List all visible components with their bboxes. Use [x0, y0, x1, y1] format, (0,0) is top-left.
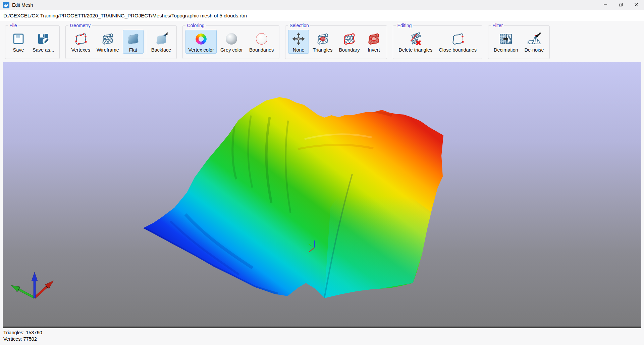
toolbar-group-selection: SelectionNoneTrianglesBoundaryInvert: [285, 25, 387, 59]
minimize-icon: [603, 2, 607, 8]
3d-viewport[interactable]: [3, 62, 641, 328]
button-label: Close boundaries: [439, 47, 477, 53]
group-label: File: [8, 23, 18, 28]
close-boundaries-button[interactable]: Close boundaries: [436, 30, 479, 54]
backface-icon: [154, 31, 169, 47]
delete-triangles-icon: [408, 31, 423, 47]
grey-color-button[interactable]: Grey color: [218, 30, 246, 54]
button-label: Wireframe: [97, 47, 119, 53]
title-bar: Edit Mesh: [0, 0, 644, 10]
group-buttons: SaveSave as...: [8, 30, 57, 54]
status-vertices: Vertices:77502: [3, 336, 644, 342]
divider: [146, 30, 146, 54]
boundaries-icon: [254, 31, 269, 47]
decimation-icon: [498, 31, 514, 47]
group-label: Geometry: [68, 23, 92, 28]
status-triangles: Triangles:153760: [3, 330, 644, 336]
minimize-button[interactable]: [598, 0, 613, 10]
terrain-mesh: [143, 97, 443, 298]
flat-button[interactable]: Flat: [123, 30, 144, 54]
button-label: Flat: [129, 47, 137, 53]
button-label: None: [293, 47, 305, 53]
button-label: Vertexes: [71, 47, 90, 53]
group-buttons: DecimationDe-noise: [491, 30, 547, 54]
select-triangles-icon: [315, 31, 330, 47]
decimation-button[interactable]: Decimation: [491, 30, 521, 54]
save-as-button[interactable]: Save as...: [30, 30, 57, 54]
wireframe-button[interactable]: Wireframe: [94, 30, 122, 54]
button-label: Grey color: [220, 47, 243, 53]
vertex-color-icon: [194, 31, 209, 47]
group-buttons: NoneTrianglesBoundaryInvert: [288, 30, 384, 54]
wireframe-icon: [100, 31, 115, 47]
save-as-icon: [36, 31, 51, 47]
close-icon: [634, 2, 638, 8]
button-label: Boundaries: [249, 47, 274, 53]
button-label: Triangles: [313, 47, 332, 53]
mesh-app-icon: [3, 2, 9, 8]
group-buttons: Vertex colorGrey colorBoundaries: [185, 30, 276, 54]
vertices-label: Vertices:: [3, 336, 22, 342]
vertices-value: 77502: [23, 336, 37, 342]
de-noise-icon: [527, 31, 542, 47]
close-boundaries-icon: [450, 31, 466, 47]
group-label: Filter: [491, 23, 504, 28]
toolbar-group-editing: EditingDelete trianglesClose boundaries: [393, 25, 482, 59]
invert-selection-icon: [366, 31, 381, 47]
group-label: Editing: [396, 23, 413, 28]
triangles-label: Triangles:: [3, 330, 24, 335]
toolbar: FileSaveSave as...GeometryVertexesWirefr…: [0, 21, 644, 62]
button-label: Save: [13, 47, 24, 53]
save-icon: [11, 31, 26, 47]
close-button[interactable]: [629, 0, 644, 10]
triangles-value: 153760: [26, 330, 42, 335]
window-controls: [598, 0, 644, 10]
group-buttons: Delete trianglesClose boundaries: [396, 30, 479, 54]
y-axis-arrow: [10, 283, 36, 300]
button-label: Boundary: [339, 47, 360, 53]
z-axis-arrow: [32, 272, 38, 298]
axis-gizmo: [10, 272, 55, 300]
group-label: Coloring: [185, 23, 206, 28]
grey-color-icon: [224, 31, 239, 47]
button-label: De-noise: [525, 47, 544, 53]
de-noise-button[interactable]: De-noise: [522, 30, 547, 54]
window-title: Edit Mesh: [12, 2, 33, 8]
file-path: D:/GEXCEL/GX Training/PROGETTI/2020_TRAI…: [3, 13, 247, 18]
toolbar-group-coloring: ColoringVertex colorGrey colorBoundaries: [182, 25, 279, 59]
path-bar: D:/GEXCEL/GX Training/PROGETTI/2020_TRAI…: [0, 10, 644, 21]
vertexes-button[interactable]: Vertexes: [68, 30, 93, 54]
restore-icon: [619, 2, 623, 8]
toolbar-group-geometry: GeometryVertexesWireframeFlatBackface: [65, 25, 177, 59]
status-bar: Triangles:153760 Vertices:77502: [0, 328, 644, 345]
invert-button[interactable]: Invert: [363, 30, 384, 54]
vertexes-icon: [73, 31, 89, 47]
select-boundary-icon: [341, 31, 357, 47]
toolbar-group-filter: FilterDecimationDe-noise: [488, 25, 550, 59]
button-label: Backface: [151, 47, 171, 53]
flat-icon: [125, 31, 141, 47]
button-label: Decimation: [494, 47, 518, 53]
save-button[interactable]: Save: [8, 30, 29, 54]
vertex-color-button[interactable]: Vertex color: [185, 30, 217, 54]
button-label: Vertex color: [188, 47, 214, 53]
boundary-button[interactable]: Boundary: [336, 30, 362, 54]
button-label: Invert: [368, 47, 380, 53]
backface-button[interactable]: Backface: [149, 30, 174, 54]
viewport-canvas: [3, 62, 641, 328]
none-button[interactable]: None: [288, 30, 309, 54]
delete-triangles-button[interactable]: Delete triangles: [396, 30, 435, 54]
move-icon: [291, 31, 306, 47]
group-buttons: VertexesWireframeFlatBackface: [68, 30, 174, 54]
button-label: Delete triangles: [398, 47, 432, 53]
toolbar-group-file: FileSaveSave as...: [5, 25, 60, 59]
group-label: Selection: [288, 23, 310, 28]
button-label: Save as...: [33, 47, 54, 53]
boundaries-button[interactable]: Boundaries: [247, 30, 276, 54]
x-axis-arrow: [33, 279, 55, 300]
triangles-button[interactable]: Triangles: [310, 30, 335, 54]
restore-button[interactable]: [613, 0, 629, 10]
